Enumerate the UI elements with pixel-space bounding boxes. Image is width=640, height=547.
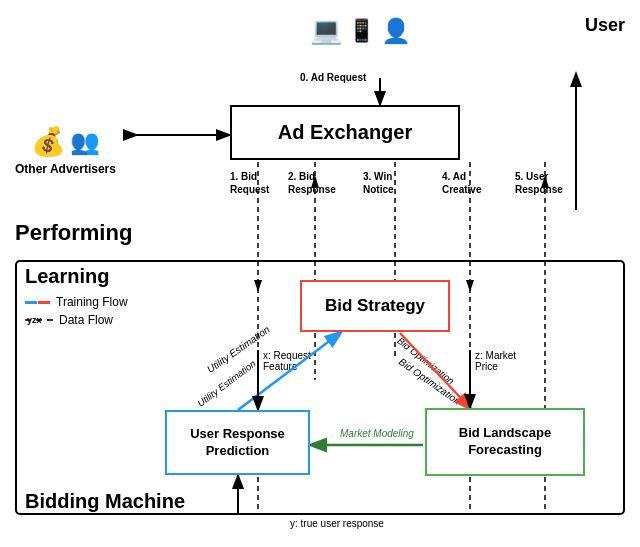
- ad-exchanger-label: Ad Exchanger: [278, 121, 412, 144]
- user-response-prediction-box: User ResponsePrediction: [165, 410, 310, 475]
- urp-label: User ResponsePrediction: [190, 426, 285, 460]
- diagram-container: 💻 📱 👤 User 0. Ad Request Ad Exchanger 💰 …: [10, 10, 630, 537]
- svg-line-13: [400, 333, 470, 408]
- svg-marker-10: [466, 280, 474, 292]
- blf-label: Bid LandscapeForecasting: [459, 425, 551, 459]
- svg-marker-8: [311, 175, 319, 188]
- ad-exchanger-box: Ad Exchanger: [230, 105, 460, 160]
- svg-line-12: [238, 333, 340, 410]
- bid-landscape-forecasting-box: Bid LandscapeForecasting: [425, 408, 585, 476]
- svg-marker-7: [254, 280, 262, 292]
- bid-strategy-box: Bid Strategy: [300, 280, 450, 332]
- bid-strategy-label: Bid Strategy: [325, 296, 425, 316]
- svg-marker-11: [541, 175, 549, 188]
